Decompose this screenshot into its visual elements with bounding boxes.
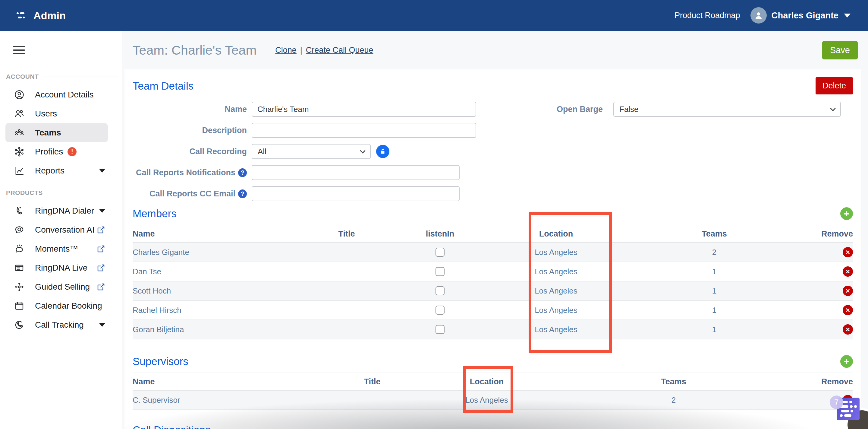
sidebar-item-users[interactable]: Users bbox=[0, 104, 122, 123]
help-icon[interactable]: ? bbox=[238, 168, 247, 177]
sidebar-item-profiles[interactable]: Profiles ! bbox=[0, 142, 122, 161]
clone-link[interactable]: Clone bbox=[275, 46, 297, 55]
member-location: Los Angeles bbox=[535, 286, 578, 296]
member-name[interactable]: Charles Gigante bbox=[133, 248, 301, 257]
table-row: Goran Biljetina Los Angeles 1 ✕ bbox=[133, 320, 853, 339]
chevron-down-icon bbox=[830, 106, 835, 111]
team-name-input[interactable] bbox=[252, 102, 476, 117]
add-member-button[interactable]: + bbox=[840, 207, 853, 220]
create-call-queue-link[interactable]: Create Call Queue bbox=[306, 46, 373, 55]
call-reports-cc-input[interactable] bbox=[252, 186, 460, 201]
page-title: Team: Charlie's Team bbox=[133, 43, 256, 58]
call-dispositions-section: Call Dispositions bbox=[133, 424, 853, 429]
sidebar-item-account-details[interactable]: Account Details bbox=[0, 85, 122, 104]
save-button[interactable]: Save bbox=[822, 41, 858, 59]
add-supervisor-button[interactable]: + bbox=[840, 355, 853, 368]
delete-button[interactable]: Delete bbox=[815, 77, 853, 94]
sidebar-item-calendar-booking[interactable]: Calendar Booking bbox=[0, 296, 122, 315]
table-row: Scott Hoch Los Angeles 1 ✕ bbox=[133, 282, 853, 301]
listen-in-checkbox[interactable] bbox=[435, 248, 444, 257]
speech-burst-icon bbox=[13, 244, 25, 254]
supervisor-teams-count: 2 bbox=[672, 396, 676, 405]
table-row: Dan Tse Los Angeles 1 ✕ bbox=[133, 262, 853, 282]
sidebar-item-label: Guided Selling bbox=[35, 282, 90, 292]
help-icon[interactable]: ? bbox=[238, 190, 247, 198]
move-arrows-icon bbox=[13, 282, 25, 292]
sidebar-item-reports[interactable]: Reports bbox=[0, 161, 122, 180]
listen-in-checkbox[interactable] bbox=[435, 286, 444, 295]
table-row: Charles Gigante Los Angeles 2 ✕ bbox=[133, 243, 853, 262]
sidebar-section-products: PRODUCTS RingDNA Dialer Conversation AI … bbox=[0, 189, 122, 334]
chevron-down-icon bbox=[844, 13, 850, 18]
listen-in-checkbox[interactable] bbox=[435, 306, 444, 315]
members-section: Members + Name Title listenIn Location T… bbox=[133, 207, 853, 339]
member-teams-count: 1 bbox=[712, 325, 716, 334]
content-card: Team Details Delete Name Description Cal… bbox=[124, 69, 861, 429]
sidebar-item-moments[interactable]: Moments™ bbox=[0, 239, 122, 258]
product-roadmap-link[interactable]: Product Roadmap bbox=[675, 11, 740, 20]
name-label: Name bbox=[224, 105, 247, 114]
user-name: Charles Gigante bbox=[772, 10, 838, 21]
speech-bubble-icon bbox=[13, 225, 25, 235]
col-name: Name bbox=[133, 377, 313, 387]
sidebar-item-label: Users bbox=[35, 109, 57, 119]
remove-member-icon[interactable]: ✕ bbox=[843, 266, 853, 277]
col-location: Location bbox=[470, 377, 504, 387]
sidebar-item-ringdna-live[interactable]: RingDNA Live bbox=[0, 258, 122, 277]
listen-in-checkbox[interactable] bbox=[435, 267, 444, 276]
remove-member-icon[interactable]: ✕ bbox=[843, 247, 853, 257]
member-name[interactable]: Dan Tse bbox=[133, 267, 301, 276]
chevron-down-icon bbox=[99, 323, 105, 327]
table-row: Rachel Hirsch Los Angeles 1 ✕ bbox=[133, 301, 853, 320]
table-row: C. Supervisor Los Angeles 2 ✕ bbox=[133, 391, 853, 410]
member-name[interactable]: Scott Hoch bbox=[133, 286, 301, 296]
member-location: Los Angeles bbox=[535, 267, 578, 276]
call-reports-cc-label: Call Reports CC Email bbox=[150, 189, 236, 199]
calendar-icon bbox=[13, 301, 25, 311]
sidebar-item-conversation-ai[interactable]: Conversation AI bbox=[0, 220, 122, 239]
members-heading: Members bbox=[133, 207, 177, 220]
chevron-down-icon bbox=[99, 209, 105, 213]
supervisors-heading: Supervisors bbox=[133, 355, 188, 368]
sidebar-item-label: Moments™ bbox=[35, 244, 78, 254]
remove-member-icon[interactable]: ✕ bbox=[843, 324, 853, 335]
person-circle-icon bbox=[13, 89, 25, 100]
team-details-heading: Team Details bbox=[133, 80, 193, 92]
col-teams: Teams bbox=[661, 377, 686, 387]
member-name[interactable]: Goran Biljetina bbox=[133, 325, 301, 334]
open-barge-select[interactable]: False bbox=[613, 102, 841, 117]
member-location: Los Angeles bbox=[535, 306, 578, 315]
listen-in-checkbox[interactable] bbox=[435, 325, 444, 334]
call-reports-notifications-input[interactable] bbox=[252, 165, 460, 180]
sidebar-item-label: Profiles bbox=[35, 147, 63, 156]
member-teams-count: 1 bbox=[712, 286, 716, 296]
users-icon bbox=[13, 108, 25, 119]
sidebar-item-guided-selling[interactable]: Guided Selling bbox=[0, 277, 122, 296]
supervisors-table: Name Title Location Teams Remove C. Supe… bbox=[133, 373, 853, 410]
sidebar-item-ringdna-dialer[interactable]: RingDNA Dialer bbox=[0, 201, 122, 220]
col-teams: Teams bbox=[702, 229, 727, 239]
user-menu[interactable]: Charles Gigante bbox=[750, 7, 850, 24]
hamburger-menu-icon[interactable] bbox=[13, 46, 25, 54]
call-recording-select[interactable]: All bbox=[252, 144, 371, 159]
external-link-icon bbox=[96, 245, 105, 253]
remove-member-icon[interactable]: ✕ bbox=[843, 286, 853, 296]
brand-name: Admin bbox=[33, 10, 66, 22]
members-table-header: Name Title listenIn Location Teams Remov… bbox=[133, 225, 853, 243]
panel-icon bbox=[13, 262, 25, 273]
sidebar-item-label: Conversation AI bbox=[35, 225, 95, 235]
supervisor-name[interactable]: C. Supervisor bbox=[133, 396, 313, 405]
chat-notification-badge[interactable]: 7 bbox=[830, 396, 843, 409]
open-barge-value: False bbox=[619, 105, 639, 114]
sidebar-item-label: RingDNA Live bbox=[35, 263, 87, 273]
member-name[interactable]: Rachel Hirsch bbox=[133, 306, 301, 315]
external-link-icon bbox=[96, 225, 105, 234]
brand-logo-icon bbox=[17, 12, 29, 19]
description-input[interactable] bbox=[252, 123, 476, 138]
alert-badge: ! bbox=[67, 147, 76, 156]
call-dispositions-heading: Call Dispositions bbox=[133, 424, 211, 429]
sidebar-item-call-tracking[interactable]: Call Tracking bbox=[0, 315, 122, 334]
remove-member-icon[interactable]: ✕ bbox=[843, 305, 853, 315]
sidebar-item-teams[interactable]: Teams bbox=[5, 123, 108, 142]
phone-tracking-icon bbox=[13, 319, 25, 330]
